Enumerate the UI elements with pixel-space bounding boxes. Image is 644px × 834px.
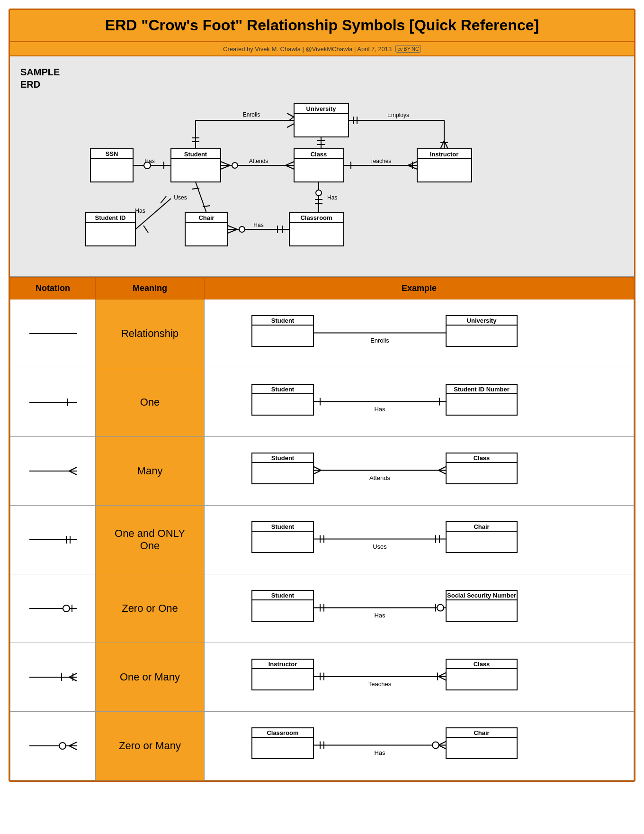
svg-text:Chair: Chair [474, 729, 489, 736]
svg-text:Student: Student [271, 386, 295, 393]
svg-point-168 [59, 743, 66, 749]
svg-text:Student: Student [271, 317, 295, 324]
svg-text:Has: Has [374, 749, 385, 756]
svg-line-182 [438, 745, 446, 749]
svg-line-169 [69, 742, 77, 746]
svg-text:Enrolls: Enrolls [243, 111, 260, 118]
table-row: Zero or OneStudentSocial Security Number… [10, 574, 634, 643]
svg-line-32 [196, 182, 206, 213]
notation-table: Notation Meaning Example RelationshipStu… [10, 277, 634, 780]
svg-text:Student: Student [271, 592, 295, 599]
svg-line-54 [228, 226, 237, 229]
meaning-cell: Zero or Many [96, 712, 205, 780]
svg-line-30 [161, 196, 166, 203]
svg-line-40 [287, 113, 294, 117]
table-row: One or ManyInstructorClassTeaches [10, 643, 634, 712]
title-bar: ERD "Crow's Foot" Relationship Symbols [… [10, 10, 634, 42]
meaning-cell: Relationship [96, 299, 205, 368]
meaning-cell: One or Many [96, 643, 205, 712]
svg-text:Uses: Uses [174, 194, 187, 201]
example-cell: StudentStudent ID NumberHas [205, 368, 634, 437]
svg-line-114 [313, 467, 321, 471]
svg-line-50 [286, 165, 294, 169]
nc-icon: NC [411, 46, 419, 52]
svg-line-29 [143, 226, 148, 233]
credit-bar: Created by Vivek M. Chawla | @VivekMChaw… [10, 42, 634, 56]
header-notation: Notation [10, 278, 96, 299]
svg-text:Uses: Uses [373, 543, 387, 550]
svg-text:Student ID Number: Student ID Number [454, 386, 510, 393]
svg-text:Class: Class [474, 661, 490, 668]
svg-text:Has: Has [144, 158, 154, 164]
svg-line-42 [287, 124, 294, 127]
meaning-cell: Zero or One [96, 574, 205, 643]
svg-line-116 [438, 467, 446, 471]
svg-line-117 [438, 471, 446, 474]
svg-text:Classroom: Classroom [267, 729, 298, 736]
svg-line-164 [438, 673, 446, 677]
table-row: RelationshipStudentUniversityEnrolls [10, 299, 634, 368]
example-cell: ClassroomChairHas [205, 712, 634, 780]
notation-cell [10, 712, 96, 780]
cc-icon: cc [397, 46, 402, 52]
table-row: One and ONLY OneStudentChairUses [10, 506, 634, 574]
table-header-row: Notation Meaning Example [10, 278, 634, 299]
example-cell: InstructorClassTeaches [205, 643, 634, 712]
svg-line-105 [69, 467, 77, 471]
example-cell: StudentChairUses [205, 506, 634, 574]
erd-diagram: SSN Student ID Student Chair University … [62, 66, 526, 265]
svg-line-49 [286, 162, 294, 165]
table-row: OneStudentStudent ID NumberHas [10, 368, 634, 437]
svg-text:Has: Has [374, 406, 385, 413]
svg-line-181 [438, 742, 446, 745]
page-title: ERD "Crow's Foot" Relationship Symbols [… [105, 17, 539, 34]
svg-line-43 [289, 117, 294, 120]
svg-text:Employs: Employs [387, 112, 409, 118]
svg-text:Social Security Number: Social Security Number [447, 592, 516, 599]
notation-cell [10, 643, 96, 712]
svg-line-55 [228, 229, 237, 233]
svg-line-46 [221, 162, 230, 165]
svg-text:University: University [467, 317, 497, 324]
svg-text:Enrolls: Enrolls [370, 337, 389, 344]
svg-line-69 [440, 141, 444, 149]
svg-text:Chair: Chair [474, 523, 489, 530]
notation-cell [10, 506, 96, 574]
svg-line-106 [69, 471, 77, 475]
erd-section: SAMPLEERD SSN Student ID Student Chair U… [10, 56, 634, 277]
svg-point-180 [432, 742, 439, 749]
notation-cell [10, 437, 96, 506]
svg-text:Instructor: Instructor [268, 661, 297, 668]
svg-line-115 [313, 471, 321, 474]
notation-cell [10, 574, 96, 643]
main-container: ERD "Crow's Foot" Relationship Symbols [… [9, 9, 635, 782]
svg-text:Has: Has [135, 208, 145, 214]
svg-text:Teaches: Teaches [368, 680, 392, 688]
meaning-cell: Many [96, 437, 205, 506]
svg-text:Class: Class [311, 151, 327, 158]
meaning-cell: One [96, 368, 205, 437]
svg-text:SSN: SSN [106, 150, 118, 157]
svg-line-165 [438, 677, 446, 680]
svg-text:Attends: Attends [369, 474, 391, 481]
example-cell: StudentUniversityEnrolls [205, 299, 634, 368]
svg-text:Classroom: Classroom [300, 214, 332, 221]
svg-text:Student ID: Student ID [95, 214, 126, 221]
example-cell: StudentClassAttends [205, 437, 634, 506]
svg-text:University: University [306, 105, 337, 112]
svg-text:Student: Student [271, 454, 295, 462]
table-row: Zero or ManyClassroomChairHas [10, 712, 634, 780]
svg-text:Student: Student [271, 523, 295, 530]
license-icons: cc BY NC [395, 45, 421, 53]
svg-point-135 [63, 605, 70, 612]
header-example: Example [205, 278, 634, 299]
svg-point-48 [232, 163, 238, 168]
table-row: ManyStudentClassAttends [10, 437, 634, 506]
svg-text:Instructor: Instructor [430, 151, 459, 158]
svg-point-146 [437, 605, 444, 611]
header-meaning: Meaning [96, 278, 205, 299]
svg-text:Class: Class [474, 454, 490, 462]
meaning-cell: One and ONLY One [96, 506, 205, 574]
by-icon: BY [403, 46, 411, 52]
svg-point-56 [239, 227, 245, 232]
